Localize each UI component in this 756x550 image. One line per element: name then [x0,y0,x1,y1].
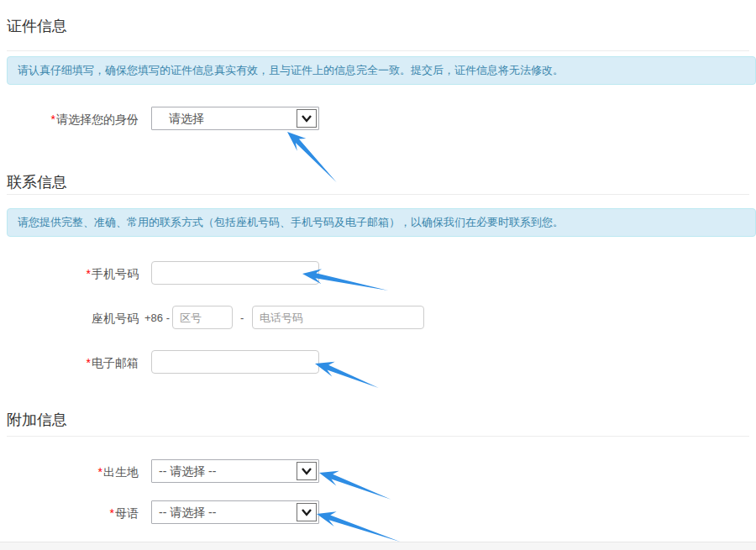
phone-number-input[interactable] [252,306,424,329]
birthplace-select-value: -- 请选择 -- [152,460,318,482]
section-title-additional: 附加信息 [7,411,67,428]
native-language-select[interactable]: -- 请选择 -- [151,500,319,524]
chevron-down-icon[interactable] [297,109,317,128]
required-asterisk: * [51,113,55,126]
mobile-label: *手机号码 [0,267,139,280]
annotation-arrow-icon [280,126,347,189]
identity-label: *请选择您的身份 [0,113,139,126]
required-asterisk: * [98,465,102,479]
section-title-credential: 证件信息 [7,18,67,34]
credential-notice-banner: 请认真仔细填写，确保您填写的证件信息真实有效，且与证件上的信息完全一致。提交后，… [7,56,756,85]
identity-select-value: 请选择 [152,107,318,129]
email-input[interactable] [151,350,319,374]
section-divider [7,436,749,437]
landline-separator: - [240,312,244,325]
registration-form-page: 证件信息 请认真仔细填写，确保您填写的证件信息真实有效，且与证件上的信息完全一致… [0,0,756,550]
required-asterisk: * [87,356,91,369]
section-divider [7,194,749,195]
chevron-down-icon[interactable] [297,503,317,521]
identity-select[interactable]: 请选择 [151,107,319,130]
birthplace-label: *出生地 [0,465,139,479]
required-asterisk: * [87,267,91,280]
contact-notice-banner: 请您提供完整、准确、常用的联系方式（包括座机号码、手机号码及电子邮箱），以确保我… [7,208,756,237]
required-asterisk: * [110,506,114,520]
annotation-arrow-icon [312,355,384,395]
section-divider [7,50,749,51]
mobile-input[interactable] [151,261,319,285]
native-language-select-value: -- 请选择 -- [152,501,318,523]
section-title-contact: 联系信息 [7,174,67,191]
landline-label: 座机号码 [0,312,139,325]
email-label: *电子邮箱 [0,356,139,369]
native-language-label: *母语 [0,506,139,520]
birthplace-select[interactable]: -- 请选择 -- [151,459,319,483]
area-code-input[interactable] [172,306,233,329]
footer-divider [0,542,756,550]
chevron-down-icon[interactable] [297,462,317,480]
country-code-prefix: +86 - [144,312,170,325]
annotation-arrow-icon [316,464,396,506]
